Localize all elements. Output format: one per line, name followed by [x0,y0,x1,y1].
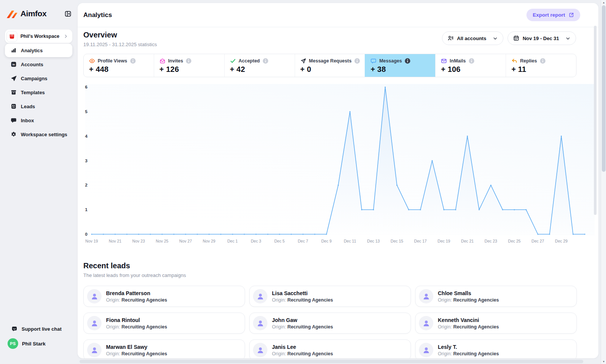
chat-bubble-icon [11,117,17,123]
sidebar-item-label: Leads [21,104,35,109]
info-icon[interactable] [354,58,360,64]
lead-avatar [419,289,433,303]
date-range-label: Nov 19 - Dec 31 [523,36,559,41]
sidebar-item-inbox[interactable]: Inbox [5,114,72,127]
sidebar-item-accounts[interactable]: in Accounts [5,58,72,71]
scroll-up-arrow[interactable]: ▲ [601,1,606,4]
lead-card-janis-lee[interactable]: Janis Lee Origin:Recruiting Agencies [249,339,411,358]
svg-text:0: 0 [85,232,87,236]
lead-name: Fiona Rintoul [106,317,167,324]
sidebar-item-workspace-settings[interactable]: Workspace settings [5,128,72,141]
lead-avatar [87,343,102,357]
lead-info: Fiona Rintoul Origin:Recruiting Agencies [106,317,167,329]
lead-info: Marwan El Sawy Origin:Recruiting Agencie… [106,344,167,356]
svg-text:3: 3 [85,159,87,163]
stat-value: + 448 [89,65,154,74]
info-icon[interactable] [469,58,475,64]
stat-card-accepted[interactable]: Accepted + 42 [224,54,295,77]
vertical-scrollbar-thumb[interactable] [602,5,606,172]
messages-line-chart: 0123456Nov 19Nov 21Nov 23Nov 25Nov 27Nov… [78,84,598,250]
person-icon [256,346,264,354]
person-icon [422,346,430,354]
stat-value: + 11 [511,65,576,74]
inmail-icon [441,58,447,64]
svg-text:Nov 23: Nov 23 [132,239,145,243]
lead-card-kenneth-vancini[interactable]: Kenneth Vancini Origin:Recruiting Agenci… [415,313,577,334]
lead-origin: Origin:Recruiting Agencies [272,324,333,330]
scroll-down-arrow[interactable]: ▼ [601,360,606,363]
lead-origin-prefix: Origin: [438,297,452,303]
lead-info: Lisa Sacchetti Origin:Recruiting Agencie… [272,290,333,302]
chevron-right-icon [63,34,69,39]
lead-origin-prefix: Origin: [272,297,286,303]
lead-origin: Origin:Recruiting Agencies [438,351,499,356]
sidebar-item-templates[interactable]: Templates [5,86,72,99]
accounts-filter-dropdown[interactable]: All accounts [442,31,503,45]
stat-card-invites[interactable]: Invites + 126 [154,54,224,77]
user-name: Phil Stark [22,341,45,347]
vertical-scrollbar[interactable]: ▲ ▼ [601,0,606,364]
lead-card-brenda-patterson[interactable]: Brenda Patterson Origin:Recruiting Agenc… [83,286,245,307]
lead-card-chloe-smalls[interactable]: Chloe Smalls Origin:Recruiting Agencies [415,286,577,307]
support-live-chat[interactable]: Support live chat [11,326,61,332]
lead-origin-value: Recruiting Agencies [453,324,499,330]
aimfox-logo-icon [6,9,17,19]
workspace-logo-icon [9,34,15,39]
stat-card-inmails[interactable]: InMails + 106 [435,54,506,77]
info-icon[interactable] [262,58,269,64]
export-report-button[interactable]: Export report [526,9,580,21]
stat-label: Accepted [239,58,260,64]
lead-avatar [419,316,433,330]
info-icon[interactable] [405,58,411,64]
sidebar-item-label: Analytics [21,48,43,53]
lead-info: Janis Lee Origin:Recruiting Agencies [272,344,333,356]
lead-origin-prefix: Origin: [438,324,452,330]
svg-text:in: in [12,63,15,66]
lead-origin-value: Recruiting Agencies [122,324,167,330]
svg-text:5: 5 [85,109,88,114]
stat-card-profile-views[interactable]: Profile Views + 448 [84,54,154,77]
horizontal-scrollbar[interactable] [78,359,601,364]
person-icon [256,292,264,300]
sidebar-collapse-button[interactable] [64,10,72,17]
stat-value: + 106 [441,65,506,74]
linkedin-icon: in [11,61,17,67]
stat-card-replies[interactable]: Replies + 11 [506,54,576,77]
date-range-dropdown[interactable]: Nov 19 - Dec 31 [508,31,576,45]
horizontal-scrollbar-thumb[interactable] [80,360,583,363]
lead-origin: Origin:Recruiting Agencies [272,351,333,356]
svg-text:Dec 27: Dec 27 [531,239,544,243]
stat-value: + 38 [370,65,435,74]
svg-text:Nov 27: Nov 27 [179,239,192,243]
lead-card-lesly-t[interactable]: Lesly T. Origin:Recruiting Agencies [415,339,577,358]
person-icon [91,292,98,300]
lead-card-john-gaw[interactable]: John Gaw Origin:Recruiting Agencies [249,313,411,334]
stat-label: Message Requests [309,58,352,64]
lead-origin-prefix: Origin: [106,297,120,303]
svg-text:1: 1 [85,207,88,212]
sidebar-item-campaigns[interactable]: Campaigns [5,72,72,85]
lead-card-lisa-sacchetti[interactable]: Lisa Sacchetti Origin:Recruiting Agencie… [249,286,411,307]
lead-card-marwan-el-sawy[interactable]: Marwan El Sawy Origin:Recruiting Agencie… [83,339,245,358]
svg-text:Dec 13: Dec 13 [367,239,380,243]
svg-text:Nov 29: Nov 29 [203,239,215,243]
person-icon [422,319,430,327]
info-icon[interactable] [130,58,136,64]
info-icon[interactable] [186,58,192,64]
info-icon[interactable] [540,58,546,64]
export-report-label: Export report [533,12,565,18]
recent-leads-grid: Brenda Patterson Origin:Recruiting Agenc… [83,286,577,358]
svg-text:Dec 23: Dec 23 [484,239,497,243]
page-title: Analytics [83,11,112,19]
stat-card-message-requests[interactable]: Message Requests + 0 [295,54,365,77]
send-outline-icon [300,58,306,64]
lead-card-fiona-rintoul[interactable]: Fiona Rintoul Origin:Recruiting Agencies [83,313,245,334]
stat-card-messages[interactable]: Messages + 38 [365,54,435,77]
user-profile[interactable]: PS Phil Stark [8,338,45,349]
sidebar-item-analytics[interactable]: Analytics [5,44,72,57]
content-scrollbar-thumb[interactable] [594,26,597,215]
svg-text:Dec 25: Dec 25 [508,239,520,243]
workspace-selector[interactable]: Phil's Workspace [5,30,72,43]
lead-info: John Gaw Origin:Recruiting Agencies [272,317,333,329]
sidebar-item-leads[interactable]: Leads [5,100,72,113]
